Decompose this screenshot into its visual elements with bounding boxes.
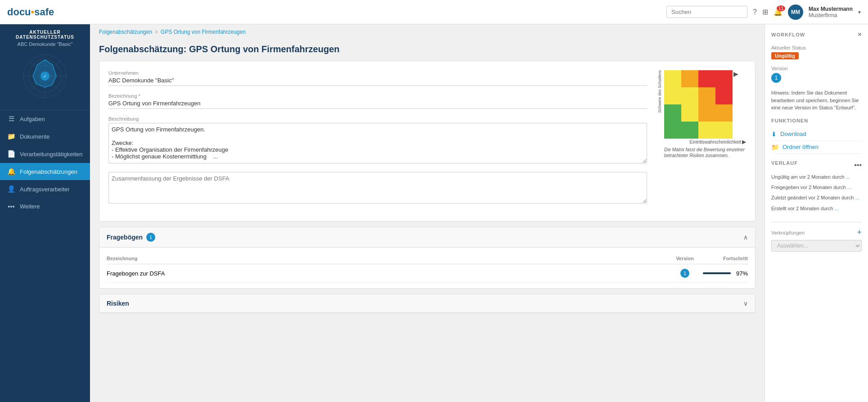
risiken-chevron[interactable]: ∨	[743, 300, 748, 307]
fragebogen-version-badge: 1	[680, 269, 689, 278]
content-area: Folgenabschätzungen > GPS Ortung von Fir…	[90, 24, 765, 402]
unternehmen-label: Unternehmen	[108, 70, 647, 76]
sidebar-item-auftragsverarbeiter[interactable]: 👤 Auftragsverarbeiter	[0, 181, 90, 198]
matrix-expand-icon[interactable]: ▶	[733, 70, 738, 78]
sidebar-item-verarbeitungstaetigkeiten[interactable]: 📄 Verarbeitungstätigkeiten	[0, 145, 90, 163]
header-right: ? ⊞ 🔔 11 MM Max Mustermann Musterfirma ▾	[666, 5, 861, 20]
matrix-row-3	[664, 104, 733, 122]
matrix-cell	[698, 104, 715, 122]
search-input[interactable]	[666, 6, 747, 18]
matrix-cell	[698, 122, 715, 139]
verlauf-item-2-text: Freigegeben vor 2 Monaten durch	[771, 185, 847, 190]
verlauf-item-4-link[interactable]: ...	[835, 206, 839, 211]
sidebar-item-dokumente-label: Dokumente	[20, 133, 49, 140]
zusammenfassung-textarea[interactable]	[108, 172, 647, 203]
logo-text-2: safe	[34, 6, 54, 18]
sidebar: AKTUELLER DATENSCHUTZSTATUS ABC Demokund…	[0, 24, 90, 402]
verlauf-title: VERLAUF	[771, 160, 798, 166]
breadcrumb: Folgenabschätzungen > GPS Ortung von Fir…	[90, 24, 765, 40]
matrix-cell	[681, 122, 698, 139]
bezeichnung-label: Bezeichnung *	[108, 93, 647, 99]
verlauf-item-1-link[interactable]: ...	[846, 174, 850, 180]
verlauf-container: VERLAUF ••• Ungültig am vor 2 Monaten du…	[771, 160, 862, 216]
sidebar-item-weitere[interactable]: ••• Weitere	[0, 198, 90, 215]
progress-bar-container	[703, 272, 732, 274]
download-function[interactable]: ⬇ Download	[771, 128, 862, 141]
workflow-panel: WORKFLOW × Aktueller Status Ungültig Ver…	[765, 24, 868, 402]
fragebogen-label: Fragebogen zur DSFA	[107, 270, 667, 277]
risiken-title-area: Risiken	[107, 300, 129, 307]
matrix-cell	[715, 104, 733, 122]
list-icon: ☰	[7, 115, 15, 123]
verlauf-item-2-link[interactable]: ...	[847, 185, 851, 190]
matrix-cell	[681, 104, 698, 122]
sidebar-item-verarbeitungstaetigkeiten-label: Verarbeitungstätigkeiten	[20, 151, 82, 158]
download-icon: ⬇	[771, 131, 777, 138]
matrix-cell	[664, 122, 681, 139]
matrix-x-label: Eintrittswahrscheinlichkeit ▶	[664, 139, 746, 145]
grid-icon[interactable]: ⊞	[762, 8, 768, 16]
verknupfungen-label: Verknüpfungen	[771, 230, 805, 235]
breadcrumb-link-1[interactable]: Folgenabschätzungen	[99, 29, 152, 35]
doc-icon: 📄	[7, 150, 15, 158]
risiken-section: Risiken ∨	[99, 294, 756, 313]
fragebögen-chevron[interactable]: ∧	[743, 234, 748, 241]
verlauf-item-1-text: Ungültig am vor 2 Monaten durch	[771, 174, 846, 180]
table-row[interactable]: Fragebogen zur DSFA 1 97%	[107, 264, 748, 283]
ordner-icon: 📁	[771, 144, 779, 151]
sidebar-status-title: AKTUELLER DATENSCHUTZSTATUS	[7, 30, 83, 40]
workflow-close-button[interactable]: ×	[858, 31, 862, 39]
verlauf-item-4-text: Erstellt vor 2 Monaten durch	[771, 206, 835, 211]
bezeichnung-value[interactable]: GPS Ortung von Firmenfahrzeugen	[108, 100, 647, 109]
matrix-cell	[681, 70, 698, 87]
matrix-cell	[698, 70, 715, 87]
workflow-version-value-row: 1	[771, 73, 862, 83]
risiken-title: Risiken	[107, 300, 129, 307]
matrix-x-arrow: ▶	[742, 139, 746, 145]
page-title: Folgenabschätzung: GPS Ortung von Firmen…	[99, 44, 756, 54]
matrix-row-4	[664, 122, 733, 139]
verlauf-options[interactable]: •••	[854, 161, 862, 169]
notification-icon[interactable]: 🔔 11	[774, 8, 783, 16]
verlauf-header: VERLAUF •••	[771, 160, 862, 170]
verlauf-item-3-link[interactable]: ...	[855, 195, 859, 200]
fragebögen-section: Fragebögen 1 ∧ Bezeichnung Version Forts…	[99, 227, 756, 289]
verlauf-item-3: Zuletzt geändert vor 2 Monaten durch ...	[771, 194, 862, 201]
sidebar-item-dokumente[interactable]: 📁 Dokumente	[0, 128, 90, 145]
verknupfungen-select[interactable]: Auswählen...	[771, 240, 862, 252]
col-version-header: Version	[667, 256, 703, 261]
fragebögen-body: Bezeichnung Version Fortschritt Fragebog…	[99, 248, 755, 288]
user-info: Max Mustermann Musterfirma	[809, 6, 853, 18]
add-link-button[interactable]: +	[857, 228, 862, 237]
user-name: Max Mustermann	[809, 6, 853, 12]
beschreibung-textarea[interactable]: GPS Ortung von Firmenfahrzeugen. Zwecke:…	[108, 123, 647, 163]
ordner-function[interactable]: 📁 Ordner öffnen	[771, 141, 862, 154]
user-menu-chevron[interactable]: ▾	[858, 9, 861, 15]
col-bezeichnung-header: Bezeichnung	[107, 256, 667, 261]
matrix-wrapper: Schwere des Schadens	[656, 70, 746, 158]
verknupfungen-section: Verknüpfungen + Auswählen...	[771, 222, 862, 252]
folder-icon: 📁	[7, 132, 15, 140]
help-icon[interactable]: ?	[753, 8, 757, 16]
logo-text-1: docu	[7, 6, 31, 18]
sidebar-company: ABC Demokunde "Basic"	[7, 41, 83, 47]
ordner-label: Ordner öffnen	[783, 144, 819, 150]
field-zusammenfassung	[108, 172, 647, 205]
matrix-cell	[698, 87, 715, 104]
matrix-cell	[664, 70, 681, 87]
sidebar-item-aufgaben[interactable]: ☰ Aufgaben	[0, 110, 90, 128]
breadcrumb-link-2[interactable]: GPS Ortung von Firmenfahrzeugen	[161, 29, 246, 35]
risiken-section-header[interactable]: Risiken ∨	[99, 294, 755, 313]
matrix-cell	[664, 87, 681, 104]
workflow-note: Hinweis: Indem Sie das Dokument bearbeit…	[771, 89, 862, 112]
verlauf-item-3-text: Zuletzt geändert vor 2 Monaten durch	[771, 195, 855, 200]
radar-icon: ✓	[20, 51, 70, 101]
verlauf-item-2: Freigegeben vor 2 Monaten durch ...	[771, 184, 862, 191]
status-badge: Ungültig	[771, 52, 799, 59]
progress-bar-fill	[703, 272, 731, 274]
sidebar-item-folgenabschaetzungen[interactable]: 🔔 Folgenabschätzungen	[0, 163, 90, 181]
workflow-status-field: Aktueller Status Ungültig	[771, 45, 862, 59]
fragebögen-section-header[interactable]: Fragebögen 1 ∧	[99, 227, 755, 248]
verknupfungen-row: Verknüpfungen +	[771, 228, 862, 237]
content-body: Folgenabschätzung: GPS Ortung von Firmen…	[90, 40, 765, 402]
